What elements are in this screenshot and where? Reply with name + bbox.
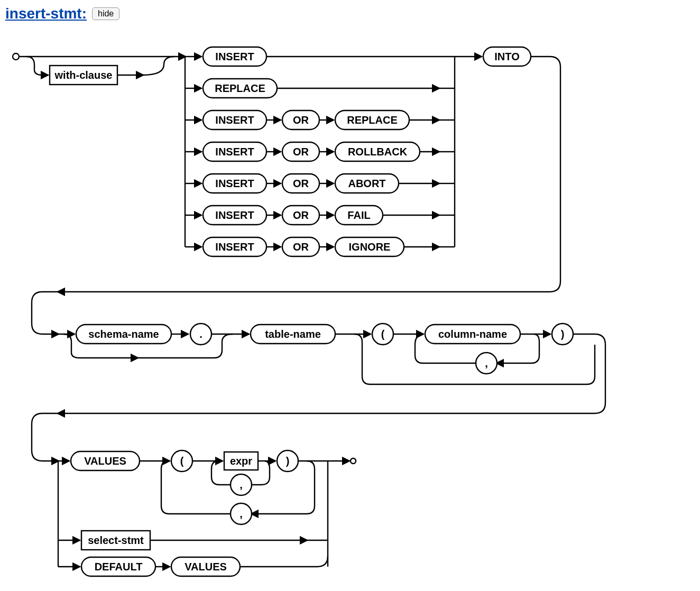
schema-name-node: schema-name xyxy=(88,328,159,340)
insert-node-7: INSERT xyxy=(215,241,254,253)
comma-tuple: , xyxy=(240,508,243,520)
values-node-2: VALUES xyxy=(185,561,227,572)
or-node-7: OR xyxy=(293,241,309,253)
svg-point-36 xyxy=(351,458,356,464)
comma-expr: , xyxy=(240,479,243,491)
into-node: INTO xyxy=(494,51,519,62)
replace-node: REPLACE xyxy=(215,82,265,94)
or-node-6: OR xyxy=(293,209,309,221)
column-name-node: column-name xyxy=(438,328,507,340)
values-node: VALUES xyxy=(84,455,126,467)
with-clause-node: with-clause xyxy=(54,69,113,81)
default-node: DEFAULT xyxy=(95,561,143,572)
or-node-4: OR xyxy=(293,146,309,158)
expr-node: expr xyxy=(230,455,252,467)
comma-cols: , xyxy=(485,357,488,369)
replace-node-3: REPLACE xyxy=(347,114,398,126)
rparen-vals: ) xyxy=(286,455,290,467)
abort-node: ABORT xyxy=(348,178,385,189)
table-name-node: table-name xyxy=(265,328,321,340)
hide-button[interactable]: hide xyxy=(92,7,119,20)
or-node-3: OR xyxy=(293,114,309,126)
select-stmt-node: select-stmt xyxy=(88,534,144,546)
insert-node-1: INSERT xyxy=(215,51,254,62)
fail-node: FAIL xyxy=(347,209,370,221)
svg-point-0 xyxy=(13,53,19,60)
syntax-diagram: with-clause INSERT REPLACE INSERT OR REP… xyxy=(5,33,693,591)
insert-node-4: INSERT xyxy=(215,146,254,158)
rollback-node: ROLLBACK xyxy=(348,146,408,158)
insert-node-5: INSERT xyxy=(215,178,254,189)
rparen-cols: ) xyxy=(561,328,565,340)
lparen-cols: ( xyxy=(381,328,385,340)
insert-node-6: INSERT xyxy=(215,209,254,221)
insert-node-3: INSERT xyxy=(215,114,254,126)
or-node-5: OR xyxy=(293,178,309,189)
ignore-node: IGNORE xyxy=(349,241,391,253)
dot-node: . xyxy=(199,328,202,340)
lparen-vals: ( xyxy=(180,455,184,467)
diagram-title[interactable]: insert-stmt: xyxy=(5,5,87,22)
